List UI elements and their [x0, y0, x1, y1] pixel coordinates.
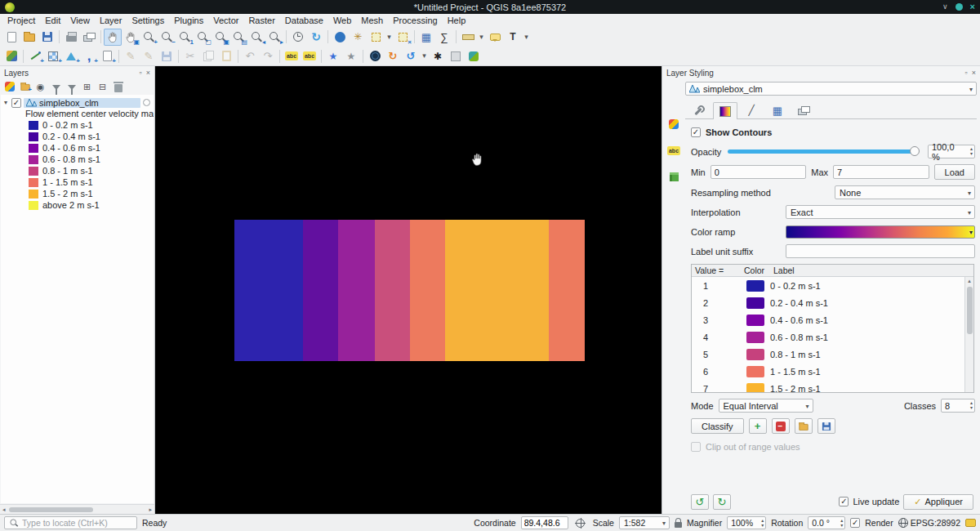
run-feature-action-button[interactable]: ✳: [349, 29, 367, 46]
add-vector-layer-button[interactable]: +: [26, 47, 44, 65]
contours-tab[interactable]: [713, 102, 737, 119]
apply-button[interactable]: ✓ Appliquer: [903, 494, 973, 510]
label-column-header[interactable]: Label: [770, 266, 964, 275]
open-layer-styling-button[interactable]: [2, 80, 16, 93]
value-table-row[interactable]: 40.6 - 0.8 m s-1: [692, 328, 964, 346]
add-group-button[interactable]: +: [18, 80, 32, 93]
legend-item[interactable]: 0 - 0.2 m s-1: [1, 119, 154, 131]
legend-item[interactable]: 0.8 - 1 m s-1: [1, 165, 154, 176]
deselect-features-button[interactable]: ×: [394, 29, 412, 46]
open-attribute-table-button[interactable]: ▦: [417, 29, 435, 46]
redo-button[interactable]: ↷: [259, 47, 277, 65]
crs-button[interactable]: EPSG:28992: [898, 518, 960, 528]
value-table-row[interactable]: 50.8 - 1 m s-1: [692, 346, 964, 363]
show-contours-checkbox[interactable]: [691, 127, 701, 137]
statistical-summary-button[interactable]: ∑: [435, 29, 453, 46]
menu-view[interactable]: View: [65, 15, 95, 26]
temporal-controller-button[interactable]: [289, 29, 307, 46]
new-bookmark-button[interactable]: ★: [324, 47, 342, 65]
undock-styling-panel-icon[interactable]: ▫: [965, 69, 968, 77]
labels-tab[interactable]: [665, 141, 683, 159]
expand-arrow-icon[interactable]: ▾: [2, 99, 9, 106]
scroll-right-icon[interactable]: ▸: [147, 506, 154, 513]
close-panel-icon[interactable]: ×: [146, 69, 150, 77]
legend-item[interactable]: 1 - 1.5 m s-1: [1, 176, 154, 188]
layer-indicator-icon[interactable]: [143, 99, 150, 106]
scroll-up-icon[interactable]: ▴: [968, 277, 971, 285]
open-project-button[interactable]: [20, 29, 38, 46]
scroll-left-icon[interactable]: ◂: [1, 506, 7, 513]
legend-item[interactable]: 0.2 - 0.4 m s-1: [1, 131, 154, 142]
vectors-tab[interactable]: ╱: [739, 101, 764, 118]
identify-features-button[interactable]: [331, 29, 349, 46]
add-mesh-layer-button[interactable]: +: [62, 47, 80, 65]
classes-spinbox[interactable]: 8 ▴▾: [941, 399, 975, 413]
value-column-header[interactable]: Value =: [692, 266, 741, 275]
add-delimited-text-button[interactable]: ,+: [80, 47, 98, 65]
color-cell[interactable]: [746, 315, 764, 326]
3d-view-tab[interactable]: [665, 167, 683, 185]
undock-panel-icon[interactable]: ▫: [140, 69, 142, 77]
select-features-dropdown[interactable]: ▾: [385, 29, 394, 46]
undo-button[interactable]: ↶: [241, 47, 259, 65]
menu-project[interactable]: Project: [2, 15, 40, 26]
whitebox-tools-button[interactable]: [447, 47, 465, 65]
color-cell[interactable]: [746, 366, 764, 377]
add-raster-layer-button[interactable]: +: [44, 47, 62, 65]
classify-button[interactable]: Classify: [691, 418, 744, 434]
collapse-all-button[interactable]: ⊟: [96, 80, 109, 93]
osm-place-search-button[interactable]: ↻: [384, 47, 402, 65]
render-checkbox[interactable]: [850, 518, 860, 528]
save-layer-edits-button[interactable]: [158, 47, 176, 65]
debug-tool-button[interactable]: ✱: [429, 47, 447, 65]
add-class-button[interactable]: +: [749, 418, 767, 434]
menu-edit[interactable]: Edit: [40, 15, 65, 26]
layer-diagram-button[interactable]: [301, 47, 318, 65]
save-color-map-button[interactable]: [817, 418, 835, 434]
legend-item[interactable]: 1.5 - 2 m s-1: [1, 188, 154, 199]
color-cell[interactable]: [746, 383, 764, 393]
locate-search[interactable]: [4, 516, 137, 529]
filter-legend-button[interactable]: [49, 80, 63, 93]
opacity-spinbox[interactable]: 100,0 % ▴▾: [928, 145, 975, 158]
averaging-tab[interactable]: [791, 101, 816, 118]
pan-to-selection-button[interactable]: ▣: [122, 29, 140, 46]
color-column-header[interactable]: Color: [741, 266, 770, 275]
menu-plugins[interactable]: Plugins: [169, 15, 208, 26]
menu-mesh[interactable]: Mesh: [356, 15, 388, 26]
value-table-row[interactable]: 30.4 - 0.6 m s-1: [692, 311, 964, 328]
plugin-manager-button[interactable]: [465, 47, 483, 65]
legend-item[interactable]: above 2 m s-1: [1, 199, 154, 211]
toggle-editing-button[interactable]: ✎: [140, 47, 158, 65]
mode-combo[interactable]: Equal Interval ▾: [719, 399, 813, 413]
save-project-button[interactable]: [38, 29, 56, 46]
zoom-native-button[interactable]: 1: [176, 29, 194, 46]
menu-settings[interactable]: Settings: [127, 15, 169, 26]
zoom-to-selection-button[interactable]: ▣: [212, 29, 229, 46]
zoom-last-button[interactable]: ◂: [247, 29, 265, 46]
style-undo-button[interactable]: ↺: [691, 494, 709, 510]
remove-layer-button[interactable]: [111, 80, 125, 93]
scroll-thumb[interactable]: [967, 287, 973, 334]
rendering-tab[interactable]: ▦: [765, 101, 790, 118]
settings-tab[interactable]: [687, 101, 711, 118]
legend-item[interactable]: 0.4 - 0.6 m s-1: [1, 142, 154, 154]
resampling-combo[interactable]: None ▾: [835, 185, 975, 199]
new-shapefile-layer-button[interactable]: +: [98, 47, 116, 65]
metasearch-button[interactable]: [366, 47, 384, 65]
color-ramp-button[interactable]: ▾: [786, 225, 975, 239]
cut-features-button[interactable]: ✂: [181, 47, 199, 65]
zoom-in-button[interactable]: +: [140, 29, 158, 46]
layer-visibility-checkbox[interactable]: [11, 98, 21, 108]
zoom-out-button[interactable]: −: [158, 29, 176, 46]
annotation-dropdown[interactable]: ▾: [522, 29, 531, 46]
layout-manager-button[interactable]: [80, 29, 98, 46]
pan-map-button[interactable]: [104, 29, 122, 46]
color-cell[interactable]: [746, 297, 764, 309]
filter-by-expression-button[interactable]: [65, 80, 78, 93]
value-table-row[interactable]: 20.2 - 0.4 m s-1: [692, 294, 964, 311]
menu-vector[interactable]: Vector: [208, 15, 243, 26]
clip-out-of-range-checkbox[interactable]: [691, 442, 701, 452]
paste-features-button[interactable]: [217, 47, 235, 65]
value-table-row[interactable]: 71.5 - 2 m s-1: [692, 380, 964, 392]
